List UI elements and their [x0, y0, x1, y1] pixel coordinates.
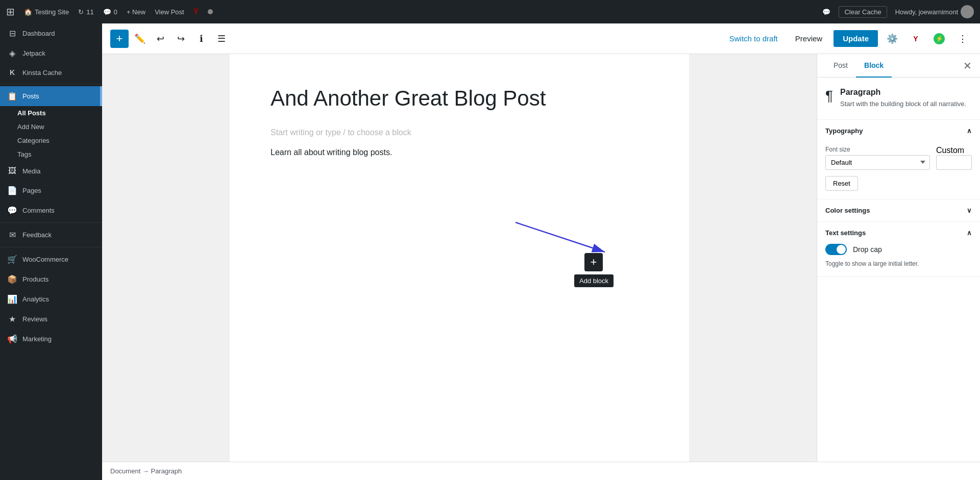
text-settings-chevron-icon [967, 229, 972, 237]
undo-button[interactable]: ↩ [151, 30, 169, 48]
sidebar-subitem-add-new[interactable]: Add New [17, 120, 102, 134]
font-size-group: Font size Default Small Normal Medium La… [825, 146, 930, 170]
panel-tabs: Post Block ✕ [817, 54, 980, 78]
block-info: ¶ Paragraph Start with the building bloc… [817, 78, 980, 120]
text-settings-header[interactable]: Text settings [817, 222, 980, 244]
yoast-icon[interactable]: Y [193, 7, 199, 16]
feedback-icon: ✉ [7, 230, 17, 240]
toolbar-right: Switch to draft Preview Update ⚙️ Y ⚡ ⋮ [723, 30, 972, 48]
sidebar-item-feedback[interactable]: ✉ Feedback [0, 225, 102, 245]
drop-cap-label: Drop cap [853, 245, 882, 254]
list-view-button[interactable]: ☰ [212, 30, 231, 48]
add-block-button[interactable]: + [584, 253, 603, 271]
drop-cap-row: Drop cap [825, 244, 972, 255]
settings-button[interactable]: ⚙️ [883, 30, 901, 48]
yoast-toolbar-icon[interactable]: Y [906, 30, 925, 48]
font-size-label: Font size [825, 146, 930, 153]
typography-section-content: Font size Default Small Normal Medium La… [817, 146, 980, 199]
typography-section-header[interactable]: Typography [817, 120, 980, 142]
view-post[interactable]: View Post [155, 8, 184, 16]
comments-count[interactable]: 💬 0 [103, 8, 117, 16]
reviews-icon: ★ [7, 314, 17, 324]
sidebar: ⊟ Dashboard ◈ Jetpack K Kinsta Cache 📋 P… [0, 23, 102, 480]
wp-logo[interactable]: ⊞ [6, 6, 15, 18]
editor-container: + ✏️ ↩ ↪ ℹ ☰ Switch to draft Preview Upd… [102, 23, 980, 480]
comments-icon: 💬 [7, 206, 17, 215]
sidebar-subitem-tags[interactable]: Tags [17, 147, 102, 161]
drop-cap-toggle[interactable] [825, 244, 847, 255]
block-content[interactable]: Learn all about writing blog posts. [271, 145, 648, 160]
color-settings-chevron-icon [967, 207, 972, 214]
new-menu[interactable]: + New [127, 8, 145, 16]
block-name: Paragraph [840, 88, 966, 97]
text-settings-section: Text settings Drop cap Toggle to show a … [817, 222, 980, 277]
jetpack-icon: ◈ [7, 48, 17, 58]
marketing-icon: 📢 [7, 334, 17, 344]
font-size-custom-input[interactable] [936, 155, 972, 170]
sidebar-subitem-all-posts[interactable]: All Posts [17, 106, 102, 120]
admin-bar-right: 💬 Clear Cache Howdy, joewarnimont [822, 5, 974, 18]
reset-button[interactable]: Reset [825, 176, 858, 191]
sidebar-subitem-categories[interactable]: Categories [17, 134, 102, 147]
editor-canvas: And Another Great Blog Post Start writin… [230, 54, 689, 462]
sidebar-item-products[interactable]: 📦 Products [0, 269, 102, 289]
preview-button[interactable]: Preview [789, 31, 828, 46]
update-button[interactable]: Update [834, 30, 878, 47]
tab-block[interactable]: Block [856, 54, 892, 78]
editor-canvas-wrapper[interactable]: And Another Great Blog Post Start writin… [102, 54, 817, 462]
font-size-row: Font size Default Small Normal Medium La… [825, 146, 972, 170]
kinsta-icon: K [7, 68, 17, 77]
block-placeholder[interactable]: Start writing or type / to choose a bloc… [271, 128, 648, 137]
switch-to-draft-button[interactable]: Switch to draft [723, 31, 784, 46]
howdy-user[interactable]: Howdy, joewarnimont [895, 5, 974, 18]
color-settings-header[interactable]: Color settings [817, 199, 980, 221]
clear-cache-button[interactable]: Clear Cache [839, 6, 887, 18]
block-info-text: Paragraph Start with the building block … [840, 88, 966, 109]
plugin-icon[interactable] [208, 9, 213, 14]
redo-button[interactable]: ↪ [172, 30, 190, 48]
color-settings-section: Color settings [817, 199, 980, 222]
posts-icon: 📋 [7, 91, 17, 101]
sidebar-item-reviews[interactable]: ★ Reviews [0, 309, 102, 329]
woocommerce-icon: 🛒 [7, 255, 17, 264]
typography-chevron-icon [967, 127, 972, 135]
sidebar-item-dashboard[interactable]: ⊟ Dashboard [0, 23, 102, 43]
info-button[interactable]: ℹ [192, 30, 210, 48]
panel-close-button[interactable]: ✕ [963, 60, 972, 72]
sidebar-item-analytics[interactable]: 📊 Analytics [0, 289, 102, 309]
sidebar-divider [0, 84, 102, 84]
tools-button[interactable]: ✏️ [131, 30, 149, 48]
sidebar-item-marketing[interactable]: 📢 Marketing [0, 329, 102, 349]
font-size-select[interactable]: Default Small Normal Medium Large Extra … [825, 155, 930, 170]
add-block-tooltip: Add block [574, 274, 614, 287]
block-description: Start with the building block of all nar… [840, 99, 966, 109]
sidebar-item-media[interactable]: 🖼 Media [0, 161, 102, 181]
svg-line-1 [516, 222, 605, 252]
sidebar-item-woocommerce[interactable]: 🛒 WooCommerce [0, 249, 102, 269]
sidebar-divider-3 [0, 247, 102, 247]
sidebar-item-comments[interactable]: 💬 Comments [0, 200, 102, 220]
drop-cap-description: Toggle to show a large initial letter. [825, 259, 972, 268]
chat-icon[interactable]: 💬 [822, 8, 830, 16]
text-settings-content: Drop cap Toggle to show a large initial … [817, 244, 980, 276]
main-layout: ⊟ Dashboard ◈ Jetpack K Kinsta Cache 📋 P… [0, 23, 980, 480]
breadcrumb: Document → Paragraph [102, 462, 980, 480]
updates-count[interactable]: ↻ 11 [78, 8, 93, 16]
tab-post[interactable]: Post [825, 54, 856, 78]
products-icon: 📦 [7, 274, 17, 284]
site-name[interactable]: 🏠 Testing Site [24, 8, 69, 16]
sidebar-item-kinsta[interactable]: K Kinsta Cache [0, 63, 102, 82]
editor-toolbar: + ✏️ ↩ ↪ ℹ ☰ Switch to draft Preview Upd… [102, 23, 980, 54]
post-title[interactable]: And Another Great Blog Post [271, 85, 648, 113]
sidebar-item-jetpack[interactable]: ◈ Jetpack [0, 43, 102, 63]
media-icon: 🖼 [7, 166, 17, 175]
sidebar-item-pages[interactable]: 📄 Pages [0, 181, 102, 200]
kinsta-toolbar-icon[interactable]: ⚡ [930, 30, 948, 48]
add-block-toolbar-button[interactable]: + [110, 30, 129, 48]
more-options-button[interactable]: ⋮ [953, 30, 972, 48]
sidebar-item-posts[interactable]: 📋 Posts [0, 86, 102, 106]
analytics-icon: 📊 [7, 294, 17, 304]
sidebar-divider-2 [0, 222, 102, 223]
paragraph-block-icon: ¶ [825, 88, 833, 104]
user-avatar [961, 5, 974, 18]
